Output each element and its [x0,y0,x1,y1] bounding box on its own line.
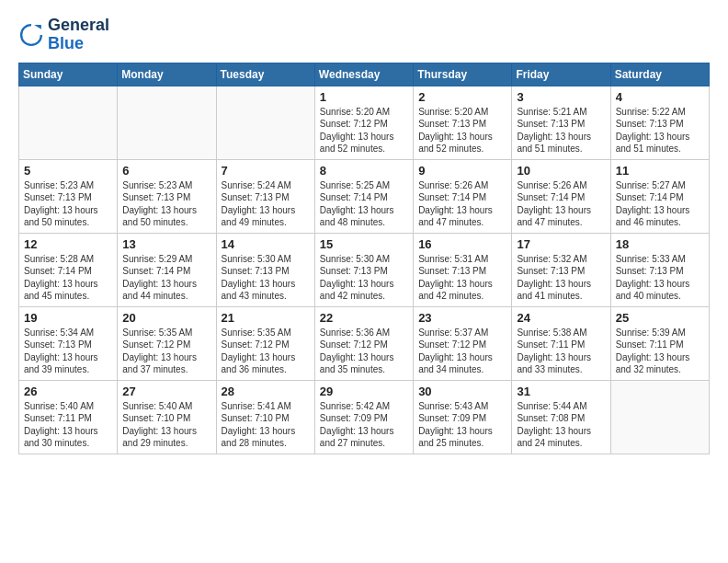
calendar-cell: 27Sunrise: 5:40 AM Sunset: 7:10 PM Dayli… [118,380,216,454]
day-number: 27 [122,385,210,398]
day-number: 29 [320,385,408,398]
calendar-cell: 22Sunrise: 5:36 AM Sunset: 7:12 PM Dayli… [314,306,413,380]
weekday-header-tuesday: Tuesday [216,63,314,86]
day-info: Sunrise: 5:30 AM Sunset: 7:13 PM Dayligh… [320,253,408,303]
day-number: 13 [122,237,210,251]
calendar-cell: 30Sunrise: 5:43 AM Sunset: 7:09 PM Dayli… [414,380,512,454]
calendar-cell: 9Sunrise: 5:26 AM Sunset: 7:14 PM Daylig… [414,159,512,233]
calendar-cell: 15Sunrise: 5:30 AM Sunset: 7:13 PM Dayli… [314,233,413,306]
day-info: Sunrise: 5:43 AM Sunset: 7:09 PM Dayligh… [418,400,506,450]
day-number: 8 [320,164,408,178]
calendar-cell: 17Sunrise: 5:32 AM Sunset: 7:13 PM Dayli… [512,233,610,306]
calendar-cell: 6Sunrise: 5:23 AM Sunset: 7:13 PM Daylig… [118,159,216,233]
weekday-header-saturday: Saturday [610,63,709,86]
day-info: Sunrise: 5:26 AM Sunset: 7:14 PM Dayligh… [517,179,605,229]
calendar-cell: 14Sunrise: 5:30 AM Sunset: 7:13 PM Dayli… [216,233,314,306]
logo-text: General Blue [48,17,109,53]
day-info: Sunrise: 5:27 AM Sunset: 7:14 PM Dayligh… [616,179,704,229]
day-number: 5 [24,164,112,178]
page: General Blue SundayMondayTuesdayWednesda… [0,0,728,464]
calendar-cell: 13Sunrise: 5:29 AM Sunset: 7:14 PM Dayli… [118,233,216,306]
calendar-cell: 1Sunrise: 5:20 AM Sunset: 7:12 PM Daylig… [314,86,413,159]
calendar-cell: 7Sunrise: 5:24 AM Sunset: 7:13 PM Daylig… [216,159,314,233]
calendar-cell [19,86,118,159]
calendar-cell: 23Sunrise: 5:37 AM Sunset: 7:12 PM Dayli… [414,306,512,380]
day-number: 19 [24,311,112,325]
day-info: Sunrise: 5:37 AM Sunset: 7:12 PM Dayligh… [418,327,506,376]
day-number: 21 [222,311,310,325]
day-info: Sunrise: 5:23 AM Sunset: 7:13 PM Dayligh… [122,179,210,229]
day-info: Sunrise: 5:21 AM Sunset: 7:13 PM Dayligh… [517,106,605,155]
weekday-header-wednesday: Wednesday [314,63,413,86]
day-info: Sunrise: 5:32 AM Sunset: 7:13 PM Dayligh… [517,253,605,303]
day-number: 3 [517,90,605,104]
day-info: Sunrise: 5:20 AM Sunset: 7:12 PM Dayligh… [320,106,408,155]
day-info: Sunrise: 5:22 AM Sunset: 7:13 PM Dayligh… [616,106,704,155]
weekday-header-sunday: Sunday [19,63,118,86]
calendar-cell: 12Sunrise: 5:28 AM Sunset: 7:14 PM Dayli… [19,233,118,306]
week-row-4: 19Sunrise: 5:34 AM Sunset: 7:13 PM Dayli… [19,306,710,380]
day-info: Sunrise: 5:44 AM Sunset: 7:08 PM Dayligh… [517,400,605,450]
day-number: 24 [517,311,605,325]
day-number: 28 [222,385,310,398]
calendar-cell: 8Sunrise: 5:25 AM Sunset: 7:14 PM Daylig… [314,159,413,233]
logo-icon [18,22,44,48]
day-info: Sunrise: 5:41 AM Sunset: 7:10 PM Dayligh… [222,400,310,450]
day-number: 9 [418,164,506,178]
calendar-cell: 11Sunrise: 5:27 AM Sunset: 7:14 PM Dayli… [610,159,709,233]
calendar-cell: 18Sunrise: 5:33 AM Sunset: 7:13 PM Dayli… [610,233,709,306]
day-info: Sunrise: 5:33 AM Sunset: 7:13 PM Dayligh… [616,253,704,303]
day-info: Sunrise: 5:30 AM Sunset: 7:13 PM Dayligh… [222,253,310,303]
header: General Blue [18,17,710,53]
day-number: 1 [320,90,408,104]
calendar-cell: 24Sunrise: 5:38 AM Sunset: 7:11 PM Dayli… [512,306,610,380]
day-number: 7 [222,164,310,178]
day-number: 31 [517,385,605,398]
day-info: Sunrise: 5:39 AM Sunset: 7:11 PM Dayligh… [616,327,704,376]
day-info: Sunrise: 5:34 AM Sunset: 7:13 PM Dayligh… [24,327,112,376]
day-number: 18 [616,237,704,251]
week-row-5: 26Sunrise: 5:40 AM Sunset: 7:11 PM Dayli… [19,380,710,454]
calendar-cell: 21Sunrise: 5:35 AM Sunset: 7:12 PM Dayli… [216,306,314,380]
weekday-header-row: SundayMondayTuesdayWednesdayThursdayFrid… [19,63,710,86]
day-info: Sunrise: 5:36 AM Sunset: 7:12 PM Dayligh… [320,327,408,376]
day-info: Sunrise: 5:29 AM Sunset: 7:14 PM Dayligh… [122,253,210,303]
day-number: 15 [320,237,408,251]
calendar-cell [118,86,216,159]
week-row-2: 5Sunrise: 5:23 AM Sunset: 7:13 PM Daylig… [19,159,710,233]
logo: General Blue [18,17,109,53]
calendar-cell: 3Sunrise: 5:21 AM Sunset: 7:13 PM Daylig… [512,86,610,159]
calendar-cell: 4Sunrise: 5:22 AM Sunset: 7:13 PM Daylig… [610,86,709,159]
calendar-cell [216,86,314,159]
day-info: Sunrise: 5:40 AM Sunset: 7:10 PM Dayligh… [122,400,210,450]
day-number: 12 [24,237,112,251]
week-row-3: 12Sunrise: 5:28 AM Sunset: 7:14 PM Dayli… [19,233,710,306]
day-info: Sunrise: 5:20 AM Sunset: 7:13 PM Dayligh… [418,106,506,155]
day-number: 4 [616,90,704,104]
day-info: Sunrise: 5:31 AM Sunset: 7:13 PM Dayligh… [418,253,506,303]
day-info: Sunrise: 5:42 AM Sunset: 7:09 PM Dayligh… [320,400,408,450]
day-info: Sunrise: 5:35 AM Sunset: 7:12 PM Dayligh… [222,327,310,376]
calendar-cell: 2Sunrise: 5:20 AM Sunset: 7:13 PM Daylig… [414,86,512,159]
calendar-cell: 25Sunrise: 5:39 AM Sunset: 7:11 PM Dayli… [610,306,709,380]
day-number: 30 [418,385,506,398]
day-number: 6 [122,164,210,178]
calendar-cell: 29Sunrise: 5:42 AM Sunset: 7:09 PM Dayli… [314,380,413,454]
day-number: 14 [222,237,310,251]
day-number: 10 [517,164,605,178]
day-number: 26 [24,385,112,398]
day-info: Sunrise: 5:38 AM Sunset: 7:11 PM Dayligh… [517,327,605,376]
calendar: SundayMondayTuesdayWednesdayThursdayFrid… [18,63,710,454]
calendar-cell: 28Sunrise: 5:41 AM Sunset: 7:10 PM Dayli… [216,380,314,454]
weekday-header-friday: Friday [512,63,610,86]
day-number: 23 [418,311,506,325]
day-info: Sunrise: 5:26 AM Sunset: 7:14 PM Dayligh… [418,179,506,229]
day-info: Sunrise: 5:23 AM Sunset: 7:13 PM Dayligh… [24,179,112,229]
calendar-cell: 26Sunrise: 5:40 AM Sunset: 7:11 PM Dayli… [19,380,118,454]
calendar-cell: 19Sunrise: 5:34 AM Sunset: 7:13 PM Dayli… [19,306,118,380]
day-number: 25 [616,311,704,325]
day-number: 11 [616,164,704,178]
day-info: Sunrise: 5:35 AM Sunset: 7:12 PM Dayligh… [122,327,210,376]
day-number: 20 [122,311,210,325]
calendar-cell: 20Sunrise: 5:35 AM Sunset: 7:12 PM Dayli… [118,306,216,380]
